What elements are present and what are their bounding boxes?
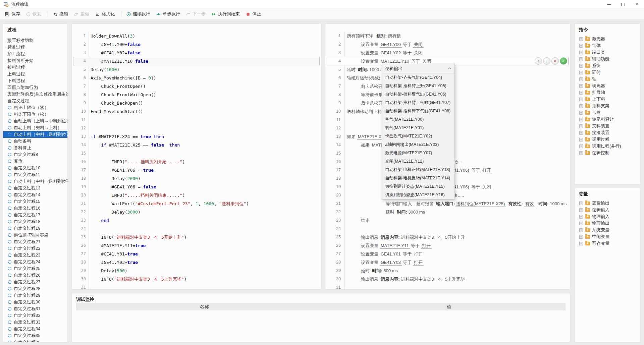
move-up-button[interactable]: ↑ <box>535 57 542 65</box>
dropdown-item[interactable]: 切换到初始姿态(MATE21E.Y16) <box>382 191 454 199</box>
value-link[interactable]: 关闭 <box>481 184 492 190</box>
value-link[interactable]: 关闭 <box>413 42 424 48</box>
process-item[interactable]: 自定义过程 <box>3 98 67 104</box>
process-item[interactable]: 自定义过程34 <box>3 326 67 332</box>
process-item[interactable]: 自定义过程27 <box>3 279 67 285</box>
expand-icon[interactable]: + <box>579 37 583 41</box>
tree-item[interactable]: +扩展轴 <box>575 89 640 96</box>
value-link[interactable]: 打开 <box>421 243 432 249</box>
dropdown-item[interactable]: 卡盘吹气(MATE21E.Y02) <box>382 132 454 140</box>
code-line[interactable]: 13if #MATE21E.X24 == true then <box>73 132 320 141</box>
value-link[interactable]: 关闭 <box>413 50 424 56</box>
next-step-button[interactable]: 下一步 <box>186 11 206 17</box>
process-item[interactable]: 自定义过程29 <box>3 292 67 299</box>
expand-icon[interactable]: + <box>579 71 583 74</box>
tree-item[interactable]: +物理输入 <box>575 213 640 220</box>
process-item[interactable]: 料兜上限位（紧） <box>3 104 67 111</box>
stop-button[interactable]: 停止 <box>246 11 261 17</box>
tree-item[interactable]: +短尾料避让 <box>575 116 640 123</box>
process-item[interactable]: 自定义过程31 <box>3 305 67 312</box>
dropdown-header[interactable]: 逻辑输出 <box>382 64 454 73</box>
process-item[interactable]: 自动上料（中料→送料到位升） <box>3 131 67 138</box>
block-row[interactable]: 27设置变量 GE41.Y01 等于 打开 <box>327 250 569 258</box>
process-item[interactable]: 自定义过程21 <box>3 238 67 245</box>
process-item[interactable]: 自定义过程17 <box>3 212 67 218</box>
process-item[interactable]: 料兜下限位（松） <box>3 111 67 118</box>
process-item[interactable]: 自定义过程13 <box>3 185 67 191</box>
tree-item[interactable]: +逻辑输出 <box>575 200 640 207</box>
block-row[interactable]: 24 <box>327 225 569 233</box>
dropdown-item[interactable]: 自动料架-电机正转(MATE21E.Y13) <box>382 166 454 174</box>
code-line[interactable]: 7 Chuck_FrontOpen() <box>73 82 320 91</box>
process-item[interactable]: 自定义过程32 <box>3 312 67 319</box>
code-line[interactable]: 21 WaitPort("#CustomPort.Port_23", 1, 10… <box>73 199 320 208</box>
tree-item[interactable]: +系统 <box>575 62 640 69</box>
code-line[interactable]: 19 #GE41.Y06 = false <box>73 183 320 191</box>
minimize-button[interactable] <box>602 0 616 9</box>
dropdown-item[interactable]: 自动料架-推料臂上升(GE41.Y05) <box>382 82 454 90</box>
tree-item[interactable]: +系统变量 <box>575 227 640 233</box>
block-row[interactable]: 2设置变量 GE41.Y00 等于 关闭 <box>327 40 569 49</box>
expand-icon[interactable]: + <box>579 91 583 95</box>
code-line[interactable]: 14 if #MATE21E.X25 == false then <box>73 141 320 149</box>
process-item[interactable]: 自定义过程10 <box>3 165 67 171</box>
process-item[interactable]: 自定义过程35 <box>3 332 67 339</box>
run-step-button[interactable]: 单步执行 <box>156 11 180 17</box>
run-to-end-button[interactable]: 执行到结束 <box>211 11 240 17</box>
process-item[interactable]: 自定义过程28 <box>3 285 67 292</box>
code-line[interactable]: 12 <box>73 124 320 132</box>
tree-item[interactable]: +可存变量 <box>575 240 640 247</box>
redo-button[interactable]: 重做 <box>74 11 89 17</box>
code-line[interactable]: 5Delay(1000) <box>73 65 320 74</box>
process-item[interactable]: 自定义过程19 <box>3 225 67 232</box>
expand-icon[interactable]: + <box>579 111 583 115</box>
tree-item[interactable]: +延时 <box>575 69 640 76</box>
dropdown-item[interactable]: 自动料架-电机反转(MATE21E.Y14) <box>382 174 454 182</box>
tree-item[interactable]: +接渣装置 <box>575 129 640 136</box>
dropdown-item[interactable]: 光闸(MATE21E.Y12) <box>382 157 454 166</box>
value-link[interactable]: GE41.Y00 <box>380 42 402 48</box>
value-link[interactable]: 打开 <box>481 168 492 173</box>
process-item[interactable]: 自定义过程8 <box>3 151 67 158</box>
expand-icon[interactable]: + <box>579 44 583 48</box>
code-line[interactable]: 18 Delay(2000) <box>73 174 320 183</box>
block-row[interactable]: 30输出消息 消息内容: 进料端对中支架3、4、5上升完毕 <box>327 275 569 283</box>
process-item[interactable]: 复位 <box>3 158 67 165</box>
dropdown-item[interactable]: 自动料架-齐头气缸(GE41.Y04) <box>382 73 454 82</box>
value-link[interactable]: MATE21E.Y11 <box>380 243 410 249</box>
code-line[interactable]: 16 INFO(".....挡料关闭开始.....") <box>73 158 320 166</box>
value-link[interactable]: 所有组 <box>387 34 402 39</box>
block-row[interactable]: 28设置变量 GE41.Y03 等于 打开 <box>327 258 569 267</box>
process-item[interactable]: 上料过程 <box>3 71 67 77</box>
code-line[interactable]: 2 #GE41.Y00=false <box>73 40 320 49</box>
process-item[interactable]: 备料停止 <box>3 145 67 151</box>
block-row[interactable]: 1所有顶料下降 组别:所有组 <box>327 32 569 40</box>
code-editor-panel[interactable]: 1Holder_DownAll(3)2 #GE41.Y00=false3 #GE… <box>71 23 321 290</box>
undo-button[interactable]: 撤销 <box>53 11 68 17</box>
tree-item[interactable]: +顶料支架 <box>575 103 640 109</box>
tree-item[interactable]: +调用过程 <box>575 136 640 143</box>
expand-icon[interactable]: + <box>579 124 583 128</box>
process-item[interactable]: 自定义过程30 <box>3 299 67 305</box>
format-button[interactable]: 格式化 <box>95 11 115 17</box>
expand-icon[interactable]: + <box>579 131 583 135</box>
process-item[interactable]: 自定义过程15 <box>3 198 67 205</box>
expand-icon[interactable]: + <box>579 222 583 225</box>
code-line[interactable]: 25 INFO("进料端对中支架3、4、5开始上升") <box>73 233 320 241</box>
block-row[interactable]: 31 <box>327 283 569 290</box>
code-line[interactable]: 31 <box>73 283 320 290</box>
tree-item[interactable]: +中间变量 <box>575 233 640 240</box>
process-item[interactable]: 自定义过程22 <box>3 245 67 252</box>
value-link[interactable]: 有效 <box>524 201 535 207</box>
expand-icon[interactable]: + <box>579 118 583 121</box>
dropdown-item[interactable]: 切换到避让姿态(MATE21E.Y15) <box>382 182 454 191</box>
value-link[interactable]: GE41.Y01 <box>380 251 402 257</box>
expand-icon[interactable]: + <box>579 57 583 61</box>
value-link[interactable]: GE41.Y03 <box>380 260 402 266</box>
dropdown-item[interactable]: 自动料架-挡料臂气缸(GE41.Y06) <box>382 90 454 99</box>
expand-icon[interactable]: + <box>579 145 583 148</box>
code-line[interactable]: 4 #MATE21E.Y10=false <box>73 57 320 65</box>
dropdown-item[interactable]: 空气(MATE21E.Y00) <box>382 115 454 124</box>
expand-icon[interactable]: + <box>579 242 583 245</box>
code-line[interactable]: 22 Delay(3000) <box>73 208 320 216</box>
